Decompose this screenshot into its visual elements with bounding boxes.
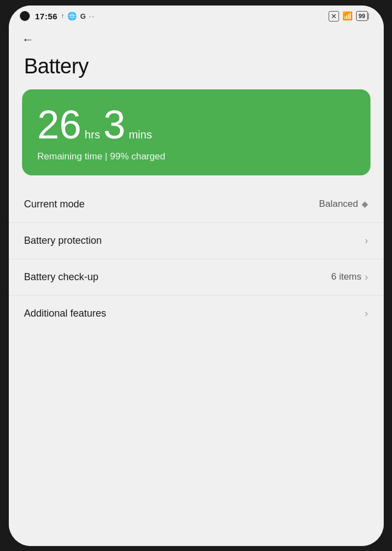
settings-label-additional-features: Additional features <box>24 308 106 319</box>
settings-item-additional-features[interactable]: Additional features › <box>9 296 384 331</box>
battery-status-text: Remaining time | 99% charged <box>37 151 355 162</box>
chevron-right-icon-checkup: › <box>365 271 368 283</box>
chevron-right-icon: › <box>365 235 368 247</box>
settings-label-battery-checkup: Battery check-up <box>24 271 99 283</box>
page-title: Battery <box>9 50 384 89</box>
status-left: 17:56 ↑ 🌐 G ·· <box>20 11 95 21</box>
back-button[interactable]: ← <box>22 33 34 47</box>
sort-updown-icon: ◆ <box>362 199 368 209</box>
settings-item-current-mode[interactable]: Current mode Balanced ◆ <box>9 186 384 223</box>
globe-icon: 🌐 <box>67 12 77 20</box>
battery-level: 99 <box>356 11 367 21</box>
mins-unit: mins <box>128 129 152 141</box>
battery-checkup-value: 6 items <box>331 271 362 282</box>
current-mode-value: Balanced <box>319 199 358 210</box>
settings-list: Current mode Balanced ◆ Battery protecti… <box>9 186 384 331</box>
phone-frame: 17:56 ↑ 🌐 G ·· ✕ 📶 99 ▏ ← Battery 26 hrs <box>9 6 384 546</box>
close-icon: ✕ <box>329 11 339 22</box>
battery-icon: 99 ▏ <box>356 11 372 21</box>
settings-label-battery-protection: Battery protection <box>24 235 102 247</box>
status-time: 17:56 <box>35 12 58 21</box>
settings-label-current-mode: Current mode <box>24 199 85 210</box>
main-content: ← Battery 26 hrs 3 mins Remaining time |… <box>9 25 384 546</box>
dots-label: ·· <box>89 12 95 20</box>
settings-right-current-mode: Balanced ◆ <box>319 199 368 210</box>
upload-icon: ↑ <box>61 12 64 20</box>
network-label: G <box>80 12 85 20</box>
mins-number: 3 <box>103 105 125 145</box>
settings-item-battery-checkup[interactable]: Battery check-up 6 items › <box>9 259 384 296</box>
battery-card: 26 hrs 3 mins Remaining time | 99% charg… <box>22 89 370 175</box>
wifi-icon: 📶 <box>342 11 353 21</box>
status-right: ✕ 📶 99 ▏ <box>329 11 372 22</box>
battery-time-display: 26 hrs 3 mins <box>37 105 355 145</box>
back-nav: ← <box>9 25 384 50</box>
settings-right-battery-checkup: 6 items › <box>331 271 368 283</box>
settings-item-battery-protection[interactable]: Battery protection › <box>9 223 384 259</box>
battery-tip: ▏ <box>368 13 373 19</box>
chevron-right-icon-additional: › <box>365 308 368 319</box>
hours-number: 26 <box>37 105 82 145</box>
settings-right-additional-features: › <box>365 308 368 319</box>
hours-unit: hrs <box>85 129 100 141</box>
camera-dot <box>20 11 30 21</box>
settings-right-battery-protection: › <box>365 235 368 247</box>
status-bar: 17:56 ↑ 🌐 G ·· ✕ 📶 99 ▏ <box>9 6 384 25</box>
